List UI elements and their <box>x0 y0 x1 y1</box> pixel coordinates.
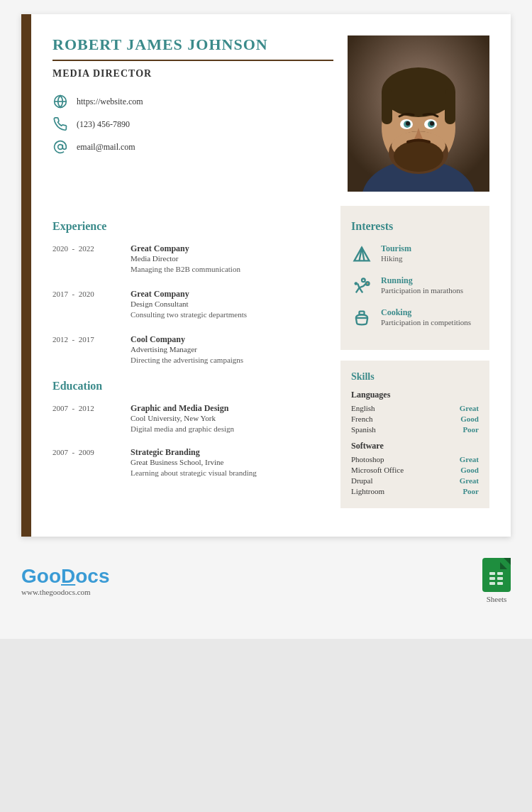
interest-cooking-sub: Participation in competitions <box>381 318 479 327</box>
phone-icon <box>52 116 68 132</box>
experience-entry-3: 2012 - 2017 Cool Company Advertising Man… <box>52 334 319 364</box>
interest-cooking: Cooking Participation in competitions <box>351 307 479 329</box>
person-name: ROBERT JAMES JOHNSON <box>52 35 333 54</box>
svg-rect-11 <box>445 89 455 124</box>
edu-years-2: 2007 - 2009 <box>52 447 123 477</box>
skill-drupal: Drupal Great <box>351 476 479 485</box>
interest-running-name: Running <box>381 275 479 286</box>
contact-info: https://website.com (123) 456-7890 <box>52 94 333 155</box>
skills-box: Skills Languages English Great French Go… <box>340 361 489 508</box>
gooddocs-name: GooDocs <box>21 565 109 588</box>
skill-photoshop: Photoshop Great <box>351 455 479 463</box>
job-title: MEDIA DIRECTOR <box>52 68 333 79</box>
left-bar <box>21 14 31 537</box>
skill-photoshop-name: Photoshop <box>351 455 384 463</box>
header-left: ROBERT JAMES JOHNSON MEDIA DIRECTOR <box>52 35 348 162</box>
skill-spanish-level: Poor <box>462 425 479 434</box>
running-icon <box>351 275 372 297</box>
phone-text: (123) 456-7890 <box>77 119 130 130</box>
software-category: Software <box>351 441 479 451</box>
edu-degree-2: Strategic Branding <box>131 447 319 458</box>
edu-degree-1: Graphic and Media Design <box>131 403 319 414</box>
edu-details-1: Graphic and Media Design Cool University… <box>131 403 319 433</box>
interest-cooking-name: Cooking <box>381 307 479 318</box>
skill-lightroom-level: Poor <box>462 487 479 495</box>
email-icon <box>52 139 68 155</box>
interests-box: Interests Tourism <box>340 206 489 350</box>
interests-title: Interests <box>351 220 479 233</box>
email-text: email@mail.com <box>77 142 135 153</box>
interest-cooking-text: Cooking Participation in competitions <box>381 307 479 327</box>
skill-drupal-level: Great <box>460 476 479 485</box>
skill-french: French Good <box>351 415 479 423</box>
exp-role-1: Media Director <box>131 254 319 263</box>
svg-point-19 <box>362 279 365 282</box>
gooddocs-url: www.thegoodocs.com <box>21 588 109 596</box>
exp-role-3: Advertising Manager <box>131 345 319 353</box>
header-section: ROBERT JAMES JOHNSON MEDIA DIRECTOR <box>52 35 489 192</box>
svg-rect-25 <box>489 572 495 575</box>
skill-msoffice-name: Microsoft Office <box>351 466 404 474</box>
skill-photoshop-level: Great <box>460 455 479 463</box>
svg-rect-27 <box>489 577 495 580</box>
languages-category: Languages <box>351 390 479 400</box>
skills-title: Skills <box>351 371 479 383</box>
gooddocs-logo: GooDocs www.thegoodocs.com <box>21 565 109 596</box>
svg-rect-28 <box>497 577 503 580</box>
skill-french-name: French <box>351 415 373 423</box>
svg-point-2 <box>58 145 63 150</box>
exp-company-1: Great Company <box>131 243 319 254</box>
edu-details-2: Strategic Branding Great Business School… <box>131 447 319 477</box>
exp-years-1: 2020 - 2022 <box>52 243 123 273</box>
main-content: Experience 2020 - 2022 Great Company Med… <box>52 206 489 508</box>
sheets-label: Sheets <box>487 595 507 603</box>
website-text: https://website.com <box>77 97 143 107</box>
website-contact: https://website.com <box>52 94 333 109</box>
edu-years-1: 2007 - 2012 <box>52 403 123 433</box>
svg-point-20 <box>355 282 358 285</box>
exp-desc-3: Directing the advertising campaigns <box>131 356 319 364</box>
interest-running: Running Participation in marathons <box>351 275 479 297</box>
skill-msoffice-level: Good <box>460 466 479 474</box>
exp-details-2: Great Company Design Consultant Consulti… <box>131 289 319 319</box>
edu-desc-2: Learning about strategic visual branding <box>131 468 319 477</box>
profile-photo <box>348 35 489 192</box>
skill-lightroom: Lightroom Poor <box>351 487 479 495</box>
interest-running-text: Running Participation in marathons <box>381 275 479 295</box>
edu-school-1: Cool University, New York <box>131 414 319 422</box>
exp-details-3: Cool Company Advertising Manager Directi… <box>131 334 319 364</box>
svg-rect-22 <box>360 312 365 315</box>
education-section: Education 2007 - 2012 Graphic and Media … <box>52 380 319 477</box>
svg-point-21 <box>366 282 370 285</box>
svg-point-17 <box>430 121 434 126</box>
exp-details-1: Great Company Media Director Managing th… <box>131 243 319 273</box>
left-column: Experience 2020 - 2022 Great Company Med… <box>52 206 326 508</box>
svg-rect-30 <box>497 582 503 585</box>
tent-icon <box>351 243 372 265</box>
experience-entry-2: 2017 - 2020 Great Company Design Consult… <box>52 289 319 319</box>
sheets-icon-area: Sheets <box>482 558 511 603</box>
svg-point-9 <box>382 67 455 117</box>
cooking-icon <box>351 307 372 329</box>
interest-tourism-text: Tourism Hiking <box>381 243 479 263</box>
exp-desc-2: Consulting two strategic departments <box>131 310 319 319</box>
footer: GooDocs www.thegoodocs.com Sheets <box>21 537 511 610</box>
name-divider <box>52 60 333 61</box>
globe-icon <box>52 94 68 109</box>
svg-rect-23 <box>486 562 507 588</box>
skill-english-level: Great <box>460 404 479 412</box>
skill-spanish-name: Spanish <box>351 425 376 434</box>
education-entry-2: 2007 - 2009 Strategic Branding Great Bus… <box>52 447 319 477</box>
skill-lightroom-name: Lightroom <box>351 487 384 495</box>
education-entry-1: 2007 - 2012 Graphic and Media Design Coo… <box>52 403 319 433</box>
exp-company-2: Great Company <box>131 289 319 300</box>
skill-drupal-name: Drupal <box>351 476 373 485</box>
experience-title: Experience <box>52 220 319 233</box>
interest-running-sub: Participation in marathons <box>381 286 479 295</box>
svg-point-16 <box>406 121 410 126</box>
edu-desc-1: Digital media and graphic design <box>131 424 319 433</box>
experience-entry-1: 2020 - 2022 Great Company Media Director… <box>52 243 319 273</box>
interest-tourism-name: Tourism <box>381 243 479 254</box>
exp-years-3: 2012 - 2017 <box>52 334 123 364</box>
skill-french-level: Good <box>460 415 479 423</box>
